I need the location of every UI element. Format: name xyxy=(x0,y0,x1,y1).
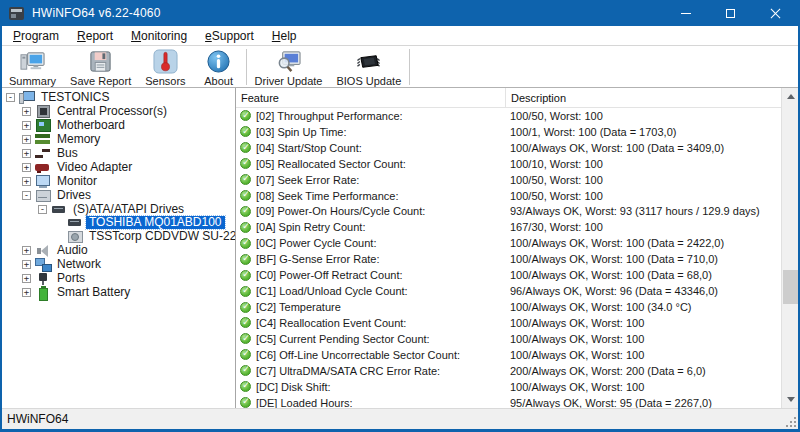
feature-cell: [04] Start/Stop Count: xyxy=(256,142,362,154)
tree-item[interactable]: + Memory xyxy=(2,133,235,147)
feature-cell: [07] Seek Error Rate: xyxy=(256,174,359,186)
sensors-button[interactable]: Sensors xyxy=(138,47,192,87)
tree-item[interactable]: TSSTcorp CDDVDW SU-228FB xyxy=(2,230,235,244)
tree-item[interactable]: + Network xyxy=(2,258,235,272)
table-row[interactable]: [C0] Power-Off Retract Count: 100/Always… xyxy=(236,267,781,283)
summary-computer-icon xyxy=(20,49,45,74)
menu-report[interactable]: Report xyxy=(68,27,122,45)
table-row[interactable]: [C4] Reallocation Event Count: 100/Alway… xyxy=(236,315,781,331)
menu-help[interactable]: Help xyxy=(263,27,306,45)
table-row[interactable]: [DE] Loaded Hours: 95/Always OK, Worst: … xyxy=(236,395,781,408)
table-row[interactable]: [C7] UltraDMA/SATA CRC Error Rate: 200/A… xyxy=(236,363,781,379)
vertical-scrollbar[interactable] xyxy=(781,88,798,408)
table-row[interactable]: [C5] Current Pending Sector Count: 100/A… xyxy=(236,331,781,347)
feature-cell: [09] Power-On Hours/Cycle Count: xyxy=(256,205,425,217)
expand-toggle-icon[interactable]: + xyxy=(22,260,31,269)
expand-toggle-icon[interactable]: + xyxy=(22,149,31,158)
description-cell: 100/Always OK, Worst: 100 (Data = 2422,0… xyxy=(505,237,781,249)
status-ok-icon xyxy=(240,365,251,376)
table-row[interactable]: [04] Start/Stop Count: 100/Always OK, Wo… xyxy=(236,140,781,156)
save-report-button[interactable]: Save Report xyxy=(63,47,138,87)
title-bar[interactable]: HWiNFO64 v6.22-4060 xyxy=(2,0,798,26)
status-ok-icon xyxy=(240,381,251,392)
minimize-button[interactable] xyxy=(663,0,708,26)
tree-item[interactable]: + Ports xyxy=(2,272,235,286)
scroll-down-button[interactable] xyxy=(782,391,798,408)
table-row[interactable]: [07] Seek Error Rate: 100/50, Worst: 100 xyxy=(236,172,781,188)
table-row[interactable]: [02] Throughput Performance: 100/50, Wor… xyxy=(236,108,781,124)
tree-item[interactable]: TOSHIBA MQ01ABD100 xyxy=(2,216,235,230)
expand-toggle-icon[interactable]: + xyxy=(22,274,31,283)
toolbar-separator xyxy=(246,49,247,85)
tree-item[interactable]: - (S)ATA/ATAPI Drives xyxy=(2,202,235,216)
menu-program[interactable]: Program xyxy=(4,27,68,45)
table-row[interactable]: [C1] Load/Unload Cycle Count: 96/Always … xyxy=(236,283,781,299)
table-row[interactable]: [DC] Disk Shift: 100/Always OK, Worst: 1… xyxy=(236,379,781,395)
sensors-thermometer-icon xyxy=(153,49,178,74)
expand-toggle-icon[interactable]: - xyxy=(38,205,47,214)
main-area: - TESTONICS + Central Processor(s) + Mot… xyxy=(2,88,798,408)
feature-cell: [C5] Current Pending Sector Count: xyxy=(256,333,430,345)
expand-toggle-icon[interactable]: + xyxy=(22,246,31,255)
bios-update-button[interactable]: BIOS Update xyxy=(329,47,408,87)
tree-item-label: TESTONICS xyxy=(38,91,112,104)
column-header-description[interactable]: Description xyxy=(505,88,781,108)
status-ok-icon xyxy=(240,397,251,408)
status-ok-icon xyxy=(240,110,251,121)
tree-item[interactable]: - Drives xyxy=(2,188,235,202)
expand-toggle-icon[interactable]: + xyxy=(22,135,31,144)
expand-toggle-icon[interactable]: - xyxy=(6,93,15,102)
memory-icon xyxy=(35,133,51,146)
tree-item-label: Audio xyxy=(54,244,91,257)
description-cell: 100/1, Worst: 100 (Data = 1703,0) xyxy=(505,126,781,138)
table-row[interactable]: [C6] Off-Line Uncorrectable Sector Count… xyxy=(236,347,781,363)
resize-grip[interactable] xyxy=(785,416,797,428)
table-row[interactable]: [09] Power-On Hours/Cycle Count: 93/Alwa… xyxy=(236,204,781,220)
table-row[interactable]: [08] Seek Time Performance: 100/50, Wors… xyxy=(236,188,781,204)
drives-icon xyxy=(35,189,51,202)
tree-item[interactable]: - TESTONICS xyxy=(2,91,235,105)
column-header-feature[interactable]: Feature xyxy=(236,88,505,108)
tree-item[interactable]: + Smart Battery xyxy=(2,285,235,299)
description-cell: 100/50, Worst: 100 xyxy=(505,174,781,186)
scroll-up-button[interactable] xyxy=(782,88,798,105)
tree-item-label: Drives xyxy=(54,189,94,202)
tree-item[interactable]: + Video Adapter xyxy=(2,160,235,174)
summary-button[interactable]: Summary xyxy=(2,47,63,87)
table-row[interactable]: [05] Reallocated Sector Count: 100/10, W… xyxy=(236,156,781,172)
hdd-icon xyxy=(51,203,67,216)
menu-esupport[interactable]: eSupport xyxy=(196,27,263,45)
table-row[interactable]: [0A] Spin Retry Count: 167/30, Worst: 10… xyxy=(236,219,781,235)
tree-item[interactable]: + Monitor xyxy=(2,174,235,188)
tree-item[interactable]: + Motherboard xyxy=(2,119,235,133)
table-row[interactable]: [03] Spin Up Time: 100/1, Worst: 100 (Da… xyxy=(236,124,781,140)
driver-update-button[interactable]: Driver Update xyxy=(248,47,330,87)
tree-item-label: (S)ATA/ATAPI Drives xyxy=(70,203,187,216)
tree-item-label: Motherboard xyxy=(54,119,128,132)
tree-item[interactable]: + Audio xyxy=(2,244,235,258)
scrollbar-thumb[interactable] xyxy=(783,270,798,304)
description-cell: 93/Always OK, Worst: 93 (3117 hours / 12… xyxy=(505,205,781,217)
table-row[interactable]: [BF] G-Sense Error Rate: 100/Always OK, … xyxy=(236,251,781,267)
expand-toggle-icon[interactable]: + xyxy=(22,288,31,297)
ports-icon xyxy=(35,272,51,285)
maximize-button[interactable] xyxy=(708,0,753,26)
description-cell: 96/Always OK, Worst: 96 (Data = 43346,0) xyxy=(505,285,781,297)
expand-toggle-icon[interactable]: + xyxy=(22,121,31,130)
menu-monitoring[interactable]: Monitoring xyxy=(122,27,196,45)
expand-toggle-icon[interactable]: + xyxy=(22,163,31,172)
feature-cell: [08] Seek Time Performance: xyxy=(256,190,398,202)
motherboard-icon xyxy=(35,119,51,132)
close-button[interactable] xyxy=(753,0,798,26)
feature-cell: [C2] Temperature xyxy=(256,301,341,313)
status-ok-icon xyxy=(240,142,251,153)
expand-toggle-icon[interactable]: - xyxy=(22,191,31,200)
table-row[interactable]: [C2] Temperature 100/Always OK, Worst: 1… xyxy=(236,299,781,315)
expand-toggle-icon[interactable]: + xyxy=(22,177,31,186)
table-row[interactable]: [0C] Power Cycle Count: 100/Always OK, W… xyxy=(236,235,781,251)
expand-toggle-icon[interactable]: + xyxy=(22,107,31,116)
tree-item[interactable]: + Bus xyxy=(2,147,235,161)
about-button[interactable]: About xyxy=(193,47,245,87)
tree-item[interactable]: + Central Processor(s) xyxy=(2,105,235,119)
status-ok-icon xyxy=(240,270,251,281)
